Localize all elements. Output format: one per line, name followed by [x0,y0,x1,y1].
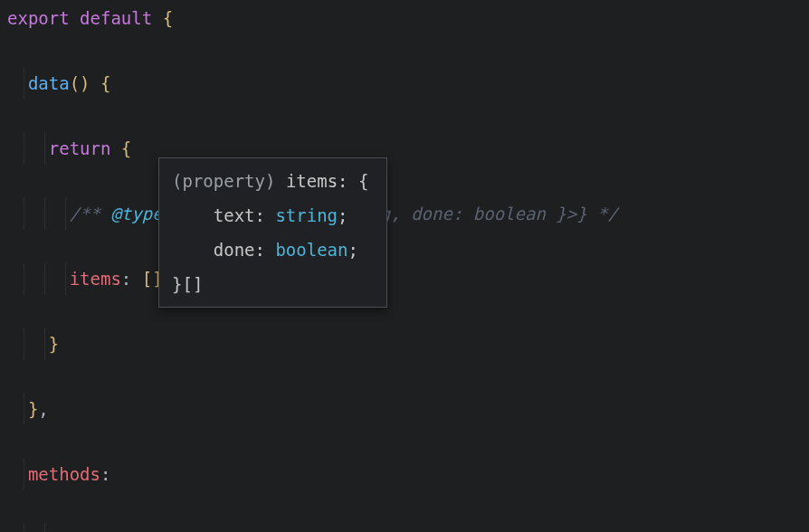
code-line: data() { [7,67,802,100]
hover-type-tooltip: (property) items: { text: string; done: … [158,157,387,308]
tooltip-kind: property [182,171,265,191]
tooltip-semi: ; [338,205,347,225]
brace: { [121,138,131,158]
tooltip-name: items [286,171,338,191]
keyword-return: return [49,138,111,158]
tooltip-type-string: string [275,205,338,225]
brace: } [28,399,38,419]
jsdoc-close: */ [597,204,618,223]
property-items: items [70,269,121,289]
tooltip-type-boolean: boolean [275,240,347,260]
keyword-default: default [80,8,152,28]
code-line: return { [7,132,802,165]
code-line: add(tex [7,523,802,532]
code-line: /** @type {Array<{ text: string, done: b… [7,197,802,230]
brace: } [49,334,59,354]
code-line: } [7,328,802,360]
code-line: methods: [7,458,802,490]
tooltip-prop-text: text [214,205,255,225]
keyword-export: export [7,8,70,28]
code-editor[interactable]: export default { data() { return { /** @… [0,0,809,532]
tooltip-indent [172,240,214,260]
brace: { [163,8,173,28]
method-data: data [28,73,70,93]
colon: : [100,464,110,484]
tooltip-prop-done: done [214,240,255,260]
brace: { [100,73,110,93]
tooltip-semi: ; [348,240,358,260]
tooltip-colon: : [255,240,276,260]
code-line: export default { [7,2,802,34]
tooltip-indent [172,205,214,225]
tooltip-space [275,171,285,191]
comma: , [38,399,48,419]
property-methods: methods [28,464,100,484]
tooltip-brace: } [172,274,182,294]
code-line: items: [] [7,262,802,295]
tooltip-colon: : [338,171,358,191]
jsdoc-open: /** [70,204,111,223]
tooltip-rparen: ) [265,171,275,191]
parens: () [70,73,90,93]
code-line: }, [7,393,802,425]
colon: : [121,269,131,289]
tooltip-array-suffix: [] [182,274,203,294]
tooltip-lparen: ( [172,171,182,191]
jsdoc-tag: @type [110,204,162,223]
tooltip-colon: : [255,205,276,225]
tooltip-brace: { [358,171,368,191]
